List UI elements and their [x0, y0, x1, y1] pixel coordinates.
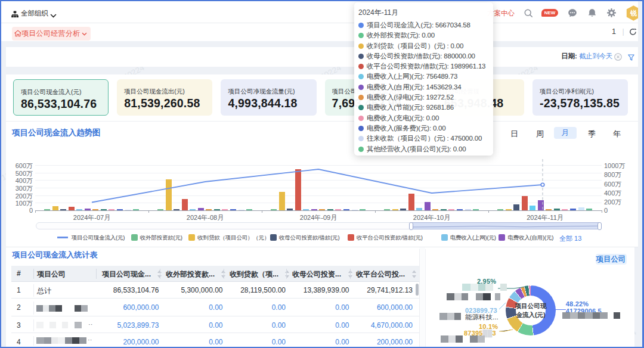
- svg-text:锐: 锐: [630, 10, 637, 17]
